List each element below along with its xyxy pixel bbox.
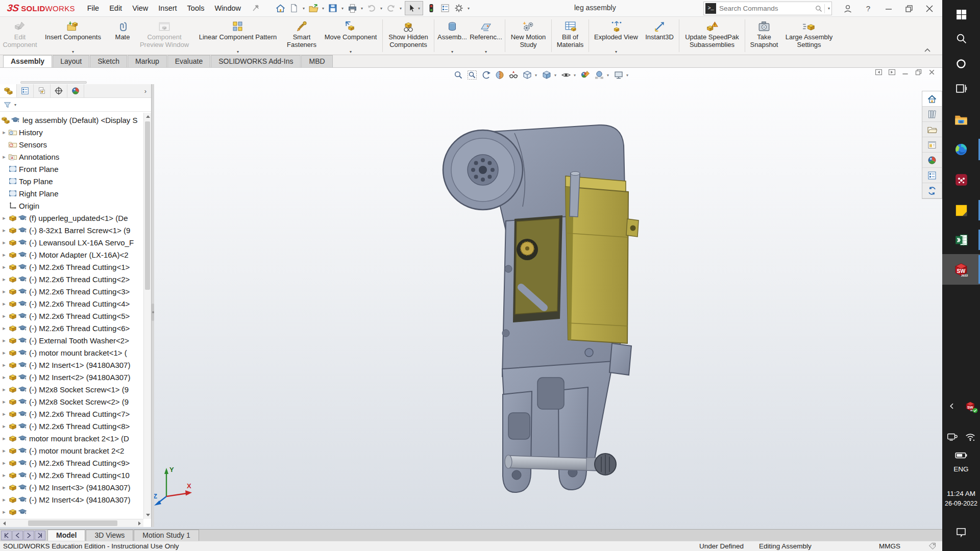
tree-item[interactable]: ▸ Annotations xyxy=(0,151,143,163)
tree-item[interactable]: ▸ (-) M2 Insert<4> (94180A307) xyxy=(0,493,143,506)
featuremanager-tab[interactable] xyxy=(0,84,17,97)
vertical-scroll-thumb[interactable] xyxy=(145,121,150,290)
expand-caret-icon[interactable]: ▸ xyxy=(0,288,8,295)
tree-item[interactable]: ▸ (-) M2 Insert<1> (94180A307) xyxy=(0,359,143,371)
exploded-view-button[interactable]: Exploded View ▾ xyxy=(591,17,642,55)
print-button[interactable] xyxy=(346,2,359,15)
help-icon[interactable]: ? xyxy=(862,2,875,15)
expand-caret-icon[interactable]: ▸ xyxy=(0,472,8,479)
tree-item[interactable]: ▸ motor mount bracket 2<1> (D xyxy=(0,432,143,444)
tree-item[interactable]: ▸ (-) M2.2x6 Thread Cutting<4> xyxy=(0,297,143,310)
task-view-button[interactable] xyxy=(942,78,980,98)
panel-splitter[interactable] xyxy=(152,84,154,527)
tab-evaluate[interactable]: Evaluate xyxy=(167,55,210,67)
tree-item[interactable]: ▸ (-) Lewansoul LX-16A Servo_F xyxy=(0,236,143,248)
solidworks-tray-icon[interactable] xyxy=(962,398,979,414)
expand-caret-icon[interactable]: ▸ xyxy=(0,276,8,283)
assembly-features-button[interactable]: Assemb... ▾ xyxy=(436,17,469,55)
file-explorer-button[interactable] xyxy=(942,109,980,131)
open-dropdown-caret-icon[interactable]: ▾ xyxy=(321,6,326,11)
expand-caret-icon[interactable]: ▸ xyxy=(0,129,8,136)
clock-time[interactable]: 11:24 AM xyxy=(942,490,980,497)
expand-caret-icon[interactable]: ▸ xyxy=(0,300,8,307)
menu-file[interactable]: File xyxy=(82,0,104,16)
menu-insert[interactable]: Insert xyxy=(153,0,182,16)
search-dropdown-caret-icon[interactable]: ▾ xyxy=(826,6,831,11)
tree-item[interactable]: ▸ (-) M2x8 Socket Screw<2> (9 xyxy=(0,395,143,408)
mendeley-button[interactable] xyxy=(942,168,980,191)
maximize-button[interactable] xyxy=(902,2,916,15)
scroll-down-icon[interactable] xyxy=(144,511,152,519)
cortana-button[interactable] xyxy=(942,54,980,74)
tree-item[interactable]: ▸ (-) M2.2x6 Thread Cutting<2> xyxy=(0,273,143,285)
tree-item[interactable]: ▸ (-) Motor Adapter (LX-16A)<2 xyxy=(0,248,143,261)
display-pane-expand-icon[interactable]: › xyxy=(140,84,151,97)
tree-vertical-scrollbar[interactable] xyxy=(143,113,151,519)
expand-caret-icon[interactable]: ▸ xyxy=(0,484,8,491)
take-snapshot-button[interactable]: TakeSnapshot xyxy=(747,17,781,55)
last-tab-button[interactable] xyxy=(35,531,45,540)
large-assembly-settings-button[interactable]: Large AssemblySettings xyxy=(781,17,837,55)
tab-layout[interactable]: Layout xyxy=(53,55,89,67)
expand-caret-icon[interactable]: ▸ xyxy=(0,496,8,503)
expand-caret-icon[interactable]: ▸ xyxy=(0,386,8,393)
show-hidden-components-button[interactable]: Show HiddenComponents xyxy=(384,17,432,55)
tree-item[interactable]: ▸ (-) M2 Insert<2> (94180A307) xyxy=(0,371,143,383)
tree-item[interactable]: ▸ xyxy=(0,506,143,518)
tree-item[interactable]: ▸ (f) upperleg_updated<1> (De xyxy=(0,212,143,224)
tab-3d-views[interactable]: 3D Views xyxy=(86,530,133,541)
tree-item[interactable]: ▸ History xyxy=(0,126,143,138)
solidworks-taskbar-button[interactable] xyxy=(942,254,980,285)
tree-item[interactable]: ▸ (-) 8-32x1 Barrel Screw<1> (9 xyxy=(0,224,143,236)
tree-item[interactable]: ▸ (-) M2.2x6 Thread Cutting<7> xyxy=(0,408,143,420)
edit-component-button[interactable]: EditComponent xyxy=(3,17,37,55)
tree-item[interactable]: ▸ Front Plane xyxy=(0,163,143,175)
taskpane-file-explorer-tab[interactable] xyxy=(922,122,942,137)
pin-menu-icon[interactable] xyxy=(249,2,262,15)
sticky-notes-button[interactable] xyxy=(942,199,980,221)
scroll-left-icon[interactable] xyxy=(0,519,8,528)
new-motion-study-button[interactable]: New MotionStudy xyxy=(507,17,550,55)
next-tab-button[interactable] xyxy=(23,531,34,540)
assembly-features-caret-icon[interactable]: ▾ xyxy=(451,49,453,54)
expand-caret-icon[interactable]: ▸ xyxy=(0,362,8,368)
assembly-3d-model[interactable] xyxy=(151,68,942,529)
previous-tab-button[interactable] xyxy=(12,531,23,540)
cast-display-tray-icon[interactable] xyxy=(943,430,961,444)
rebuild-button[interactable] xyxy=(425,2,438,15)
taskpane-home-tab[interactable] xyxy=(922,91,942,107)
insert-components-button[interactable]: Insert Components ▾ xyxy=(37,17,109,55)
tree-item[interactable]: ▸ (-) M2.2x6 Thread Cutting<9> xyxy=(0,457,143,469)
minimize-button[interactable] xyxy=(882,2,895,15)
instant3d-button[interactable]: Instant3D xyxy=(642,17,677,55)
propertymanager-tab[interactable] xyxy=(17,84,34,97)
filter-icon[interactable] xyxy=(3,101,12,109)
horizontal-scroll-thumb[interactable] xyxy=(28,520,117,526)
search-scope-icon[interactable]: >_ xyxy=(705,3,716,14)
tree-item[interactable]: ▸ (-) motor mount bracket<1> ( xyxy=(0,346,143,359)
tree-item[interactable]: ▸ (-) M2.2x6 Thread Cutting<3> xyxy=(0,285,143,297)
tree-item[interactable]: ▸ (-) M2.2x6 Thread Cutting<1> xyxy=(0,261,143,273)
units-caret-icon[interactable] xyxy=(913,545,917,551)
linear-pattern-caret-icon[interactable]: ▾ xyxy=(237,49,239,54)
configurationmanager-tab[interactable] xyxy=(34,84,51,97)
new-dropdown-caret-icon[interactable]: ▾ xyxy=(301,6,306,11)
component-preview-window-button[interactable]: ComponentPreview Window xyxy=(136,17,193,55)
redo-button[interactable] xyxy=(384,2,398,15)
expand-caret-icon[interactable]: ▸ xyxy=(0,215,8,221)
reference-geometry-button[interactable]: Referenc... ▾ xyxy=(469,17,503,55)
smart-fasteners-button[interactable]: SmartFasteners xyxy=(283,17,321,55)
select-tool-button[interactable]: ▾ xyxy=(405,1,423,15)
tab-motion-study-1[interactable]: Motion Study 1 xyxy=(134,530,199,541)
expand-caret-icon[interactable]: ▸ xyxy=(0,411,8,417)
excel-button[interactable] xyxy=(942,229,980,251)
options-button[interactable] xyxy=(452,2,465,15)
tab-solidworks-add-ins[interactable]: SOLIDWORKS Add-Ins xyxy=(211,55,301,67)
move-component-button[interactable]: Move Component ▾ xyxy=(321,17,381,55)
clock-date[interactable]: 26-09-2022 xyxy=(942,500,980,507)
linear-component-pattern-button[interactable]: Linear Component Pattern ▾ xyxy=(193,17,283,55)
undo-dropdown-caret-icon[interactable]: ▾ xyxy=(379,6,384,11)
update-speedpak-button[interactable]: Update SpeedPakSubassemblies xyxy=(681,17,743,55)
taskpane-custom-properties-tab[interactable] xyxy=(922,168,942,183)
print-dropdown-caret-icon[interactable]: ▾ xyxy=(359,6,364,11)
